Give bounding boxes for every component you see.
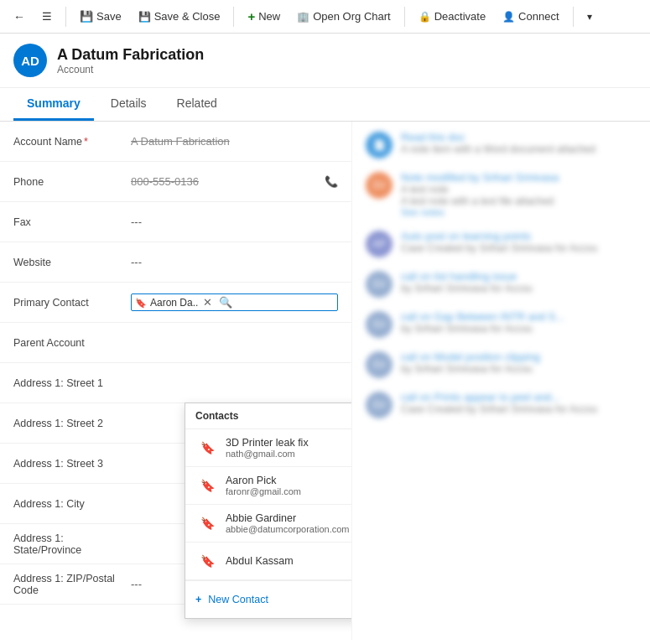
lookup-tag-icon (135, 296, 147, 309)
form-panel: Account Name* A Datum Fabrication Phone … (0, 122, 352, 640)
separator-1 (65, 7, 66, 27)
activity-title-3: Auto post on learning points (401, 231, 637, 242)
activity-title-4: call on list handling issue (401, 271, 637, 283)
activity-desc-2: A test noteA test note with a text file … (401, 184, 637, 207)
activity-avatar-3: AP (366, 231, 393, 257)
activity-title-6: call on Model position clipping (401, 351, 637, 363)
field-phone: Phone 800-555-0136 (0, 162, 351, 202)
dropdown-footer: New Contact Advanced lookup (185, 580, 352, 618)
contact-icon-4 (195, 549, 219, 573)
avatar: AD (13, 44, 47, 77)
new-contact-label: New Contact (208, 594, 268, 605)
activity-title-7: call on Prints appear to peel and... (401, 392, 637, 403)
lookup-search-button[interactable]: 🔍 (217, 296, 234, 309)
dropdown-contact-3[interactable]: Abbie Gardiner abbie@datumcorporation.co… (185, 505, 352, 543)
activity-avatar-1: 📄 (366, 132, 393, 158)
activity-content-4: call on list handling issue by Srihari S… (401, 271, 637, 298)
phone-icon (325, 175, 338, 188)
value-account-name: A Datum Fabrication (131, 135, 338, 148)
org-chart-button[interactable]: Open Org Chart (290, 7, 398, 26)
activity-avatar-6: SV (366, 351, 393, 378)
activity-item-3: AP Auto post on learning points Case Cre… (366, 231, 637, 257)
activity-item-1: 📄 Read this doc A note item with a Word … (366, 132, 637, 158)
contact-icon-2 (195, 474, 219, 497)
new-button[interactable]: New (241, 6, 287, 27)
activity-item-6: SV call on Model position clipping by Sr… (366, 351, 637, 378)
connect-button[interactable]: Connect (496, 7, 565, 26)
contact-name-2: Aaron Pick (226, 475, 352, 486)
activity-content-5: call on Gap Between INTR and S... by Sri… (401, 311, 637, 338)
back-button[interactable] (7, 7, 32, 27)
connect-icon (502, 10, 515, 23)
separator-4 (573, 7, 574, 27)
field-website: Website --- (0, 242, 351, 283)
activity-avatar-2: SV (366, 172, 393, 199)
field-fax: Fax --- (0, 202, 351, 242)
field-parent-account: Parent Account (0, 323, 351, 363)
tab-details[interactable]: Details (97, 88, 160, 121)
activity-desc-4: by Srihari Srinivasa for Accou (401, 283, 637, 294)
field-account-name: Account Name* A Datum Fabrication (0, 122, 351, 162)
back-icon (13, 10, 25, 23)
record-info: A Datum Fabrication Account (57, 46, 204, 75)
contact-icon-1 (195, 436, 219, 460)
label-parent-account: Parent Account (13, 337, 131, 349)
activity-desc-1: A note item with a Word document attache… (401, 143, 637, 155)
contact-name-3: Abbie Gardiner (226, 512, 352, 524)
label-account-name: Account Name* (13, 136, 131, 148)
field-address-street-1: Address 1: Street 1 (0, 363, 351, 403)
list-button[interactable] (35, 7, 59, 26)
value-website: --- (131, 256, 338, 268)
contact-email-2: faronr@gmail.com (226, 486, 352, 496)
label-primary-contact: Primary Contact (13, 297, 131, 309)
save-close-button[interactable]: Save & Close (132, 7, 227, 26)
value-fax: --- (131, 216, 338, 228)
save-button[interactable]: Save (73, 7, 128, 26)
dropdown-header: Contacts Recent records (185, 403, 352, 429)
activity-title-1: Read this doc (401, 132, 637, 143)
new-icon (247, 9, 255, 23)
contact-icon-3 (195, 512, 219, 535)
deactivate-icon (419, 10, 431, 23)
connect-label: Connect (518, 10, 559, 23)
org-icon (297, 10, 309, 23)
save-icon (80, 10, 93, 23)
activity-desc-6: by Srihari Srinivasa for Accou (401, 363, 637, 375)
main-content: Account Name* A Datum Fabrication Phone … (0, 122, 650, 640)
field-primary-contact: Primary Contact Aaron Da.. ✕ 🔍 (0, 283, 351, 323)
activity-desc-5: by Srihari Srinivasa for Accou (401, 323, 637, 335)
tab-related[interactable]: Related (164, 88, 231, 121)
label-address-city: Address 1: City (13, 498, 131, 510)
dropdown-contact-1[interactable]: 3D Printer leak fix nath@gmail.com (185, 429, 352, 467)
contact-info-2: Aaron Pick faronr@gmail.com (226, 475, 352, 496)
contact-info-3: Abbie Gardiner abbie@datumcorporation.co… (226, 512, 352, 534)
activity-title-5: call on Gap Between INTR and S... (401, 311, 637, 323)
activity-content-3: Auto post on learning points Case Create… (401, 231, 637, 257)
separator-2 (233, 7, 234, 27)
lookup-tag-text: Aaron Da.. (150, 297, 198, 309)
dropdown-contact-4[interactable]: Abdul Kassam (185, 543, 352, 580)
deactivate-button[interactable]: Deactivate (412, 7, 492, 26)
contact-name-4: Abdul Kassam (226, 555, 352, 567)
separator-3 (404, 7, 405, 27)
more-button[interactable] (580, 7, 599, 26)
saveclose-icon (138, 10, 151, 23)
dropdown-contact-2[interactable]: Aaron Pick faronr@gmail.com (185, 467, 352, 505)
new-contact-button[interactable]: New Contact (195, 594, 268, 605)
lookup-input-container[interactable]: Aaron Da.. ✕ 🔍 (131, 293, 338, 311)
phone-text: 800-555-0136 (131, 175, 199, 188)
activity-content-6: call on Model position clipping by Sriha… (401, 351, 637, 378)
dropdown-contacts-label: Contacts (195, 410, 238, 422)
activity-panel: 📄 Read this doc A note item with a Word … (352, 122, 650, 640)
contact-email-1: nath@gmail.com (226, 449, 352, 459)
activity-desc-3: Case Created by Srihari Srinivasa for Ac… (401, 242, 637, 254)
lookup-clear-button[interactable]: ✕ (201, 296, 214, 309)
activity-content-7: call on Prints appear to peel and... Cas… (401, 392, 637, 418)
activity-avatar-5: SV (366, 311, 393, 338)
save-label: Save (96, 10, 122, 23)
activity-item-7: SV call on Prints appear to peel and... … (366, 392, 637, 418)
label-address-street-3: Address 1: Street 3 (13, 458, 131, 470)
tab-summary[interactable]: Summary (13, 88, 94, 121)
lookup-dropdown: Contacts Recent records 3D Printer leak … (185, 402, 352, 619)
activity-avatar-4: SV (366, 271, 393, 298)
